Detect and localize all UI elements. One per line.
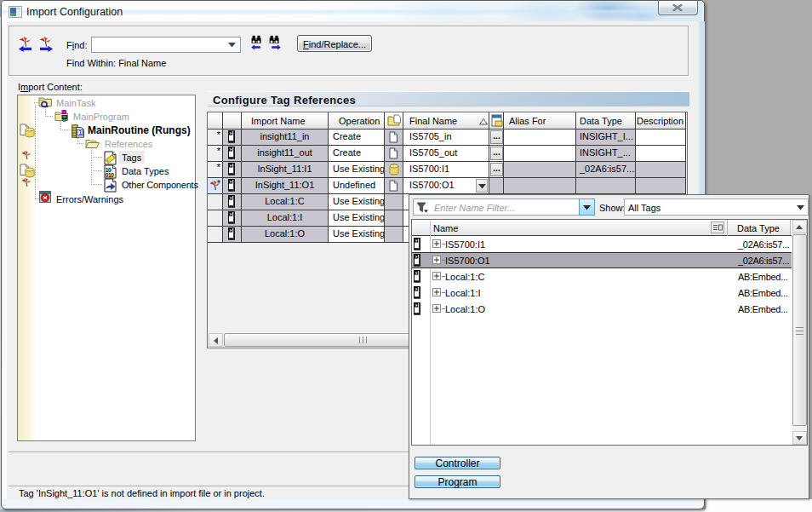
svg-text:1: 1 bbox=[79, 129, 83, 135]
svg-text:010: 010 bbox=[106, 172, 114, 178]
